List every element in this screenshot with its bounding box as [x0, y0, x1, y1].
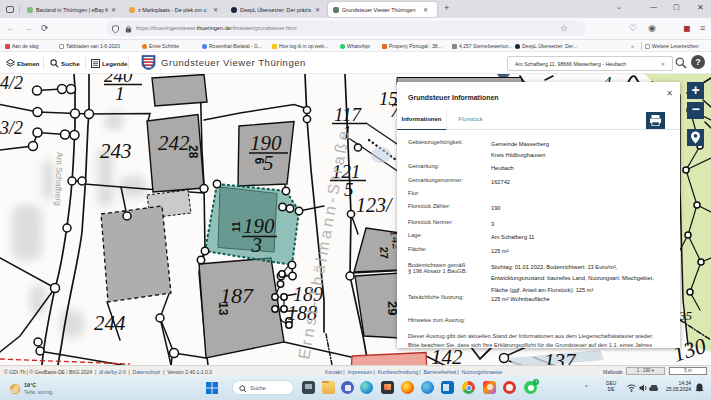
svg-text:27: 27 [378, 246, 391, 259]
svg-text:123/: 123/ [356, 194, 394, 216]
svg-text:242: 242 [158, 131, 190, 155]
svg-text:243: 243 [100, 139, 132, 163]
svg-text:5: 5 [344, 179, 354, 200]
svg-text:3/2: 3/2 [0, 118, 23, 138]
svg-text:3: 3 [251, 233, 263, 257]
svg-text:35: 35 [678, 308, 693, 323]
svg-text:13: 13 [216, 302, 230, 316]
svg-text:142: 142 [431, 345, 463, 366]
svg-text:4/2: 4/2 [0, 74, 23, 93]
svg-text:Am Schafberg: Am Schafberg [53, 152, 65, 206]
svg-text:11: 11 [231, 221, 242, 232]
svg-text:1: 1 [115, 83, 125, 104]
svg-text:6: 6 [252, 158, 266, 165]
svg-text:15: 15 [379, 88, 398, 109]
svg-text:28: 28 [186, 145, 200, 159]
svg-text:244: 244 [94, 311, 126, 335]
svg-text:137: 137 [544, 349, 577, 366]
